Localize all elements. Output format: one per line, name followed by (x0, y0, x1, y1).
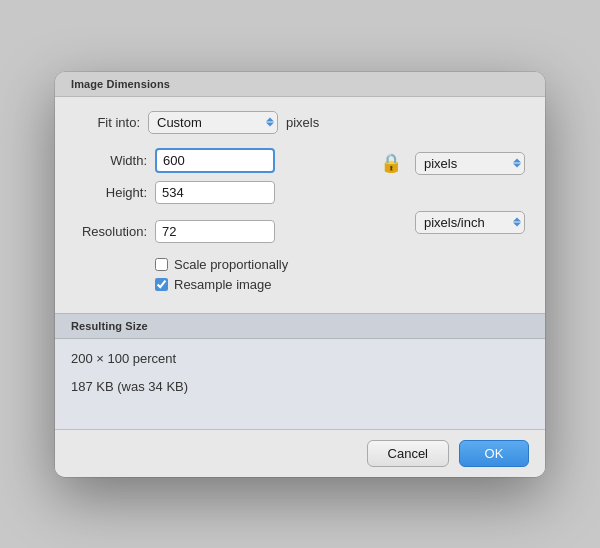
resample-image-checkbox[interactable] (155, 278, 168, 291)
lock-icon: 🔒 (380, 152, 402, 174)
image-dimensions-header: Image Dimensions (55, 72, 545, 97)
unit-select-wrapper: pixels percent inches cm (415, 152, 525, 175)
resample-image-row: Resample image (155, 277, 525, 292)
width-input[interactable] (155, 148, 275, 173)
resulting-size-section: Resulting Size 200 × 100 percent 187 KB … (55, 314, 545, 429)
ok-button[interactable]: OK (459, 440, 529, 467)
image-dimensions-dialog: Image Dimensions Fit into: Custom 640×48… (55, 72, 545, 477)
right-spacer (415, 183, 525, 199)
fit-into-select-wrapper: Custom 640×480 800×600 1024×768 (148, 111, 278, 134)
scale-proportionally-checkbox[interactable] (155, 258, 168, 271)
fit-into-unit-label: pixels (286, 115, 319, 130)
resolution-label: Resolution: (75, 224, 147, 239)
height-input[interactable] (155, 181, 275, 204)
cancel-button[interactable]: Cancel (367, 440, 449, 467)
resolution-unit-select-wrapper: pixels/inch pixels/cm (415, 211, 525, 234)
fit-into-row: Fit into: Custom 640×480 800×600 1024×76… (75, 111, 525, 134)
resolution-row: Resolution: (75, 220, 367, 243)
fields-area: Width: Height: Resolution: 🔒 (75, 148, 525, 247)
height-label: Height: (75, 185, 147, 200)
dialog-footer: Cancel OK (55, 429, 545, 477)
checkboxes-area: Scale proportionally Resample image (75, 257, 525, 292)
resulting-size-title: Resulting Size (71, 320, 148, 332)
width-row: Width: (75, 148, 367, 173)
fit-into-label: Fit into: (75, 115, 140, 130)
lock-icon-area: 🔒 (379, 148, 403, 174)
scale-proportionally-row: Scale proportionally (155, 257, 525, 272)
scale-proportionally-label: Scale proportionally (174, 257, 288, 272)
resolution-input[interactable] (155, 220, 275, 243)
fields-spacer (75, 212, 367, 220)
right-selects: pixels percent inches cm pixels/inc (415, 148, 525, 234)
resulting-size-header: Resulting Size (55, 314, 545, 339)
image-dimensions-title: Image Dimensions (71, 78, 170, 90)
height-row: Height: (75, 181, 367, 204)
resulting-size-content: 200 × 100 percent 187 KB (was 34 KB) (55, 339, 545, 429)
resulting-dimensions-text: 200 × 100 percent (71, 349, 529, 370)
resulting-file-size-text: 187 KB (was 34 KB) (71, 377, 529, 398)
resolution-unit-select[interactable]: pixels/inch pixels/cm (415, 211, 525, 234)
width-label: Width: (75, 153, 147, 168)
fit-into-select[interactable]: Custom 640×480 800×600 1024×768 (148, 111, 278, 134)
left-fields: Width: Height: Resolution: (75, 148, 367, 247)
image-dimensions-content: Fit into: Custom 640×480 800×600 1024×76… (55, 97, 545, 313)
unit-select[interactable]: pixels percent inches cm (415, 152, 525, 175)
resample-image-label: Resample image (174, 277, 272, 292)
